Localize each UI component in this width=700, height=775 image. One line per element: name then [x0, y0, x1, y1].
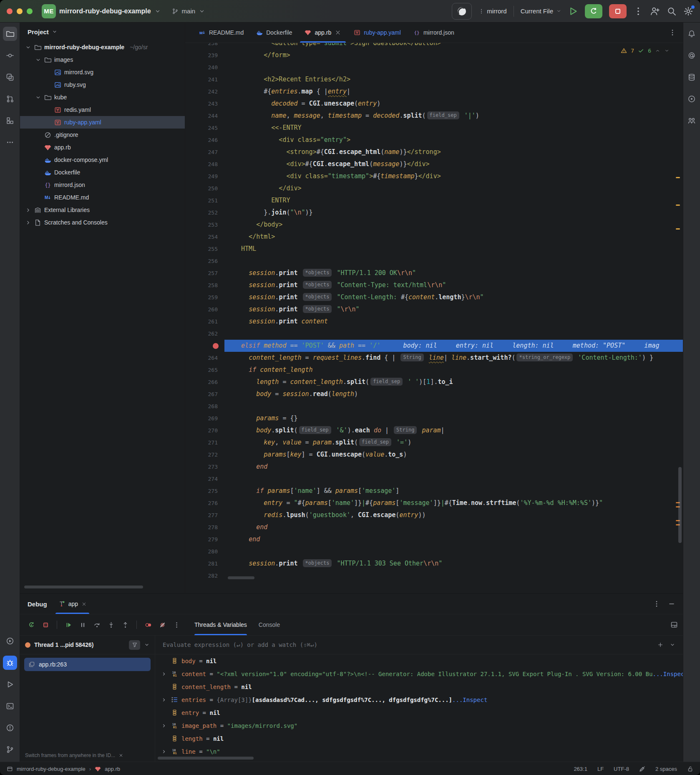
- variable-row-content-length[interactable]: content_length = nil: [155, 680, 683, 693]
- editor-tab-mirrord-json[interactable]: {}mirrord.json: [407, 23, 461, 43]
- code-line-276[interactable]: 276 entry = "#{params['name']}|#{params[…: [185, 497, 683, 509]
- status-utf-8[interactable]: UTF-8: [614, 766, 629, 772]
- gutter-line-number[interactable]: 257: [185, 267, 224, 279]
- gutter-line-number[interactable]: 251: [185, 194, 224, 207]
- gutter-line-number[interactable]: 255: [185, 243, 224, 255]
- code-line-252[interactable]: 252 }.join("\n")}: [185, 207, 683, 219]
- inspect-link[interactable]: ...Inspect: [652, 671, 683, 677]
- code-line-251[interactable]: 251 ENTRY: [185, 194, 683, 207]
- gutter-line-number[interactable]: 270: [185, 424, 224, 437]
- code-line-270[interactable]: 270 body.split(field_sep '&').each do | …: [185, 424, 683, 437]
- gutter-line-number[interactable]: 248: [185, 158, 224, 170]
- tree-item-mirrord-ruby-debug-example[interactable]: mirrord-ruby-debug-example~/go/sr: [20, 41, 185, 53]
- variable-row-body[interactable]: body = nil: [155, 654, 683, 667]
- code-line-242[interactable]: 242 #{entries.map { |entry|: [185, 86, 683, 98]
- gradle-tool-button[interactable]: [685, 92, 699, 106]
- editor-tab-readme-md[interactable]: MREADME.md: [193, 23, 250, 43]
- gutter-line-number[interactable]: 266: [185, 376, 224, 388]
- expand-icon[interactable]: [161, 749, 171, 755]
- close-tab-icon[interactable]: [335, 29, 341, 36]
- tree-item-images[interactable]: images: [20, 53, 185, 66]
- code-line-239[interactable]: 239 </form>: [185, 49, 683, 61]
- close-hint-icon[interactable]: [118, 753, 123, 758]
- step-out-button[interactable]: [119, 618, 131, 631]
- step-over-button[interactable]: [91, 618, 103, 631]
- inspect-link[interactable]: ...Inspect: [452, 697, 487, 703]
- hide-panel-icon[interactable]: [668, 600, 675, 608]
- gutter-line-number[interactable]: 246: [185, 134, 224, 146]
- tree-item-kube[interactable]: kube: [20, 91, 185, 104]
- thread-selector[interactable]: Thread 1 ...pid 58426): [20, 636, 155, 654]
- code-line-254[interactable]: 254 </html>: [185, 231, 683, 243]
- expand-icon[interactable]: [161, 723, 171, 729]
- mute-breakpoints-button[interactable]: [156, 618, 169, 631]
- gutter-line-number[interactable]: 262: [185, 328, 224, 340]
- code-line-264[interactable]: 264 content_length = request_lines.find …: [185, 352, 683, 364]
- next-problem-icon[interactable]: [664, 48, 670, 53]
- prev-problem-icon[interactable]: [655, 48, 660, 53]
- chevron-down-icon[interactable]: [144, 642, 150, 648]
- ai-assistant-tool-button[interactable]: ?: [3, 70, 17, 84]
- editor-horizontal-scrollbar[interactable]: [228, 576, 254, 579]
- gutter-line-number[interactable]: 239: [185, 49, 224, 61]
- code-editor[interactable]: 238 <button type="submit">Sign Guestbook…: [185, 43, 683, 593]
- code-line-258[interactable]: 258 session.print *objects "Content-Type…: [185, 279, 683, 291]
- gutter-line-number[interactable]: 280: [185, 545, 224, 558]
- code-line-278[interactable]: 278 end: [185, 521, 683, 533]
- gutter-line-number[interactable]: 276: [185, 497, 224, 509]
- variable-row-entry[interactable]: entry = nil: [155, 706, 683, 719]
- more-v-button[interactable]: [170, 618, 183, 631]
- code-line-250[interactable]: 250 </div>: [185, 182, 683, 194]
- status-2-spaces[interactable]: 2 spaces: [655, 766, 677, 772]
- gutter-line-number[interactable]: 256: [185, 255, 224, 267]
- gutter-line-number[interactable]: 277: [185, 509, 224, 521]
- editor-tabs-more-icon[interactable]: [669, 29, 676, 36]
- code-line-256[interactable]: 256: [185, 255, 683, 267]
- gutter-line-number[interactable]: 274: [185, 473, 224, 485]
- editor-tab-app-rb[interactable]: app.rb: [298, 23, 347, 43]
- code-line-241[interactable]: 241 <h2>Recent Entries</h2>: [185, 73, 683, 86]
- gutter-line-number[interactable]: 247: [185, 146, 224, 158]
- code-line-273[interactable]: 273 end: [185, 461, 683, 473]
- code-line-272[interactable]: 272 params[key] = CGI.unescape(value.to_…: [185, 449, 683, 461]
- close-window-button[interactable]: [7, 8, 13, 14]
- warning-stripe-mark[interactable]: [676, 204, 680, 206]
- tab-threads-variables[interactable]: Threads & Variables: [194, 614, 247, 635]
- code-line-266[interactable]: 266 length = content_length.split(field_…: [185, 376, 683, 388]
- settings-button[interactable]: [683, 6, 693, 16]
- tab-console[interactable]: Console: [259, 614, 280, 635]
- project-tool-button[interactable]: [3, 27, 17, 41]
- tree-item-mirrord-json[interactable]: {}mirrord.json: [20, 179, 185, 191]
- tree-item-app-rb[interactable]: app.rb: [20, 141, 185, 154]
- tree-item-readme-md[interactable]: MREADME.md: [20, 191, 185, 204]
- editor-vertical-scrollbar[interactable]: [678, 467, 682, 543]
- warning-stripe-mark[interactable]: [676, 228, 680, 230]
- add-user-button[interactable]: [650, 6, 660, 16]
- resume-button[interactable]: [62, 618, 75, 631]
- code-line-253[interactable]: 253 </body>: [185, 219, 683, 231]
- more-tool-button[interactable]: [3, 135, 17, 149]
- unlock-icon[interactable]: [687, 766, 693, 772]
- gutter-line-number[interactable]: 252: [185, 207, 224, 219]
- status-lf[interactable]: LF: [597, 766, 604, 772]
- mirrord-menu[interactable]: mirrord: [478, 8, 507, 15]
- tree-item-external-libraries[interactable]: External Libraries: [20, 204, 185, 216]
- gutter-line-number[interactable]: [185, 340, 224, 352]
- close-session-icon[interactable]: [81, 601, 87, 607]
- more-actions-button[interactable]: [633, 6, 643, 16]
- gutter-line-number[interactable]: 268: [185, 400, 224, 412]
- run-button[interactable]: [568, 6, 578, 16]
- rerun-debug-button[interactable]: [585, 4, 602, 18]
- gutter-line-number[interactable]: 244: [185, 110, 224, 122]
- code-line-268[interactable]: 268: [185, 400, 683, 412]
- variable-row-entries[interactable]: entries = {Array[3]} [asdasdasd%7Cad...,…: [155, 693, 683, 706]
- code-line-260[interactable]: 260 session.print *objects "\r\n": [185, 303, 683, 316]
- code-line-277[interactable]: 277 redis.lpush('guestbook', CGI.escape(…: [185, 509, 683, 521]
- chevron-down-icon[interactable]: [670, 642, 675, 648]
- code-line-280[interactable]: 280: [185, 545, 683, 558]
- stop-button[interactable]: [609, 4, 627, 18]
- search-everywhere-button[interactable]: [667, 6, 677, 16]
- tree-item-gitignore[interactable]: .gitignore: [20, 129, 185, 141]
- services-tool-button[interactable]: [3, 634, 17, 648]
- tree-item-docker-compose-yml[interactable]: docker-compose.yml: [20, 154, 185, 166]
